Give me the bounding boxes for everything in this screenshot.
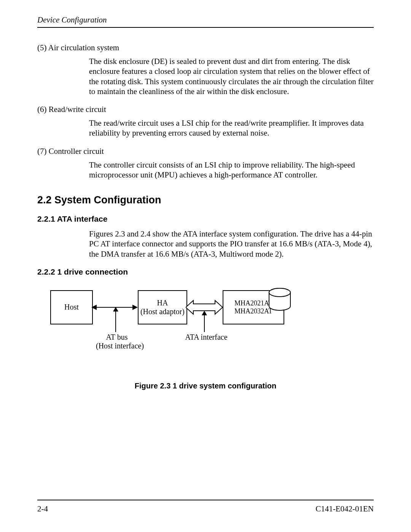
atbus-label-2: (Host interface)	[96, 342, 144, 350]
item-7-text: The controller circuit consists of an LS…	[89, 160, 374, 180]
item-7-heading: (7) Controller circuit	[37, 147, 374, 156]
host-box: Host	[50, 290, 93, 324]
section-2-2-1-heading: 2.2.1 ATA interface	[37, 214, 374, 224]
figure-2-3: Host HA (Host adaptor) MHA2021AT MHA2032…	[50, 290, 332, 370]
svg-marker-7	[113, 307, 118, 312]
item-6-text: The read/write circuit uses a LSI chip f…	[89, 118, 374, 138]
atbus-label-1: AT bus	[106, 333, 128, 341]
ha-label-1: HA	[157, 299, 168, 307]
running-header: Device Configuration	[37, 15, 374, 25]
item-5-text: The disk enclosure (DE) is sealed to pre…	[89, 56, 374, 96]
svg-point-1	[269, 288, 290, 297]
item-6-heading: (6) Read/write circuit	[37, 105, 374, 114]
item-5-heading: (5) Air circulation system	[37, 43, 374, 53]
ataif-label: ATA interface	[183, 333, 229, 342]
atbus-label: AT bus (Host interface)	[96, 333, 138, 350]
header-rule	[37, 27, 374, 28]
section-2-2-2-heading: 2.2.2 1 drive connection	[37, 267, 374, 276]
section-2-2-heading: 2.2 System Configuration	[37, 194, 374, 206]
footer-rule	[37, 500, 374, 500]
ha-label-2: (Host adaptor)	[140, 307, 185, 316]
svg-marker-4	[132, 305, 138, 310]
disk-icon	[264, 287, 295, 318]
ha-box: HA (Host adaptor)	[138, 290, 187, 324]
doc-number: C141-E042-01EN	[315, 504, 374, 514]
page-footer: 2-4 C141-E042-01EN	[37, 500, 374, 514]
arrow-ataif-callout	[202, 311, 207, 332]
host-label: Host	[64, 303, 79, 312]
figure-2-3-caption: Figure 2.3 1 drive system configuration	[37, 382, 374, 390]
page-number: 2-4	[37, 504, 48, 514]
arrow-atbus-callout	[113, 307, 118, 332]
section-2-2-1-text: Figures 2.3 and 2.4 show the ATA interfa…	[89, 229, 374, 259]
svg-marker-9	[202, 311, 207, 315]
svg-marker-3	[91, 305, 97, 310]
